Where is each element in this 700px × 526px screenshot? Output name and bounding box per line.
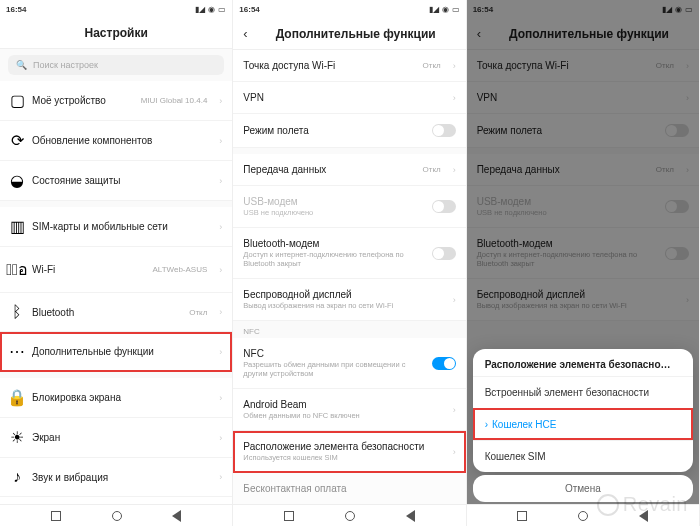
row-android-beam[interactable]: Android Beam Обмен данными по NFC включе… xyxy=(233,389,465,431)
row-hotspot[interactable]: Точка доступа Wi-Fi Откл › xyxy=(233,50,465,82)
wifi-icon: ◉ xyxy=(208,5,215,14)
row-contactless[interactable]: Бесконтактная оплата xyxy=(233,473,465,504)
search-input[interactable]: 🔍 Поиск настроек xyxy=(8,55,224,75)
more-icon: ⋯ xyxy=(10,342,24,361)
chevron-right-icon: › xyxy=(453,405,456,415)
status-time: 16:54 xyxy=(6,5,26,14)
nav-home[interactable] xyxy=(112,511,122,521)
nav-recents[interactable] xyxy=(517,511,527,521)
bluetooth-icon: ᛒ xyxy=(10,303,24,321)
row-display[interactable]: ☀ Экран › xyxy=(0,418,232,458)
screen-settings: 16:54 ▮◢ ◉ ▭ Настройки 🔍 Поиск настроек … xyxy=(0,0,233,526)
option-hce[interactable]: › Кошелек HCE xyxy=(473,408,693,440)
nav-bar xyxy=(0,504,232,526)
row-usb-tether: USB-модем USB не подключено xyxy=(233,186,465,228)
row-lock[interactable]: 🔒 Блокировка экрана › xyxy=(0,378,232,418)
row-wifi[interactable]: �ือ Wi-Fi ALTWeb-ASUS › xyxy=(0,247,232,293)
nav-recents[interactable] xyxy=(51,511,61,521)
chevron-right-icon: › xyxy=(219,433,222,443)
search-icon: 🔍 xyxy=(16,60,27,70)
screen-more-functions: 16:54 ▮◢ ◉ ▭ ‹ Дополнительные функции То… xyxy=(233,0,466,526)
lock-icon: 🔒 xyxy=(10,388,24,407)
status-icons: ▮◢ ◉ ▭ xyxy=(429,5,460,14)
chevron-right-icon: › xyxy=(219,307,222,317)
watermark: Revain xyxy=(597,493,688,516)
more-functions-list: Точка доступа Wi-Fi Откл › VPN › Режим п… xyxy=(233,50,465,504)
nav-bar xyxy=(233,504,465,526)
toggle-nfc[interactable] xyxy=(432,357,456,370)
row-bluetooth[interactable]: ᛒ Bluetooth Откл › xyxy=(0,293,232,332)
shield-icon: ◒ xyxy=(10,171,24,190)
chevron-right-icon: › xyxy=(453,93,456,103)
nav-home[interactable] xyxy=(578,511,588,521)
row-secure-element[interactable]: Расположение элемента безопасности Испол… xyxy=(233,431,465,473)
row-security-status[interactable]: ◒ Состояние защиты › xyxy=(0,161,232,201)
battery-icon: ▭ xyxy=(218,5,226,14)
sheet-title: Расположение элемента безопасно… xyxy=(473,349,693,376)
nav-back[interactable] xyxy=(172,510,181,522)
page-title: Дополнительные функции xyxy=(256,27,456,41)
back-button[interactable]: ‹ xyxy=(243,26,247,41)
section-label-nfc: NFC xyxy=(233,321,465,338)
nav-recents[interactable] xyxy=(284,511,294,521)
row-more-functions[interactable]: ⋯ Дополнительные функции › xyxy=(0,332,232,372)
chevron-right-icon: › xyxy=(219,393,222,403)
wifi-icon: ◉ xyxy=(442,5,449,14)
signal-icon: ▮◢ xyxy=(429,5,439,14)
sim-icon: ▥ xyxy=(10,217,24,236)
toggle-bt-tether[interactable] xyxy=(432,247,456,260)
chevron-right-icon: › xyxy=(453,165,456,175)
wifi-icon: �ือ xyxy=(10,257,24,282)
status-time: 16:54 xyxy=(239,5,259,14)
header: ‹ Дополнительные функции xyxy=(233,18,465,50)
header: Настройки xyxy=(0,18,232,49)
screen-secure-dialog: 16:54 ▮◢ ◉ ▭ ‹ Дополнительные функции То… xyxy=(467,0,700,526)
secure-element-sheet: Расположение элемента безопасно… Встроен… xyxy=(473,349,693,472)
nav-home[interactable] xyxy=(345,511,355,521)
option-embedded[interactable]: Встроенный элемент безопасности xyxy=(473,376,693,408)
row-sim[interactable]: ▥ SIM-карты и мобильные сети › xyxy=(0,207,232,247)
display-icon: ☀ xyxy=(10,428,24,447)
nav-back[interactable] xyxy=(406,510,415,522)
row-airplane[interactable]: Режим полета xyxy=(233,114,465,148)
settings-list: ▢ Моё устройство MIUI Global 10.4.4 › ⟳ … xyxy=(0,81,232,504)
chevron-right-icon: › xyxy=(453,447,456,457)
chevron-right-icon: › xyxy=(219,265,222,275)
option-sim[interactable]: Кошелек SIM xyxy=(473,440,693,472)
chevron-right-icon: › xyxy=(219,347,222,357)
phone-icon: ▢ xyxy=(10,91,24,110)
chevron-right-icon: › xyxy=(219,222,222,232)
row-sound[interactable]: ♪ Звук и вибрация › xyxy=(0,458,232,497)
status-icons: ▮◢ ◉ ▭ xyxy=(195,5,226,14)
toggle-usb xyxy=(432,200,456,213)
chevron-right-icon: › xyxy=(485,419,488,430)
toggle-airplane[interactable] xyxy=(432,124,456,137)
row-notifications[interactable]: 🔔 Уведомления › xyxy=(0,497,232,504)
chevron-right-icon: › xyxy=(453,295,456,305)
row-device[interactable]: ▢ Моё устройство MIUI Global 10.4.4 › xyxy=(0,81,232,121)
status-bar: 16:54 ▮◢ ◉ ▭ xyxy=(233,0,465,18)
chevron-right-icon: › xyxy=(219,96,222,106)
update-icon: ⟳ xyxy=(10,131,24,150)
row-update[interactable]: ⟳ Обновление компонентов › xyxy=(0,121,232,161)
page-title: Настройки xyxy=(10,26,222,40)
sound-icon: ♪ xyxy=(10,468,24,486)
row-bt-tether[interactable]: Bluetooth-модем Доступ к интернет-подклю… xyxy=(233,228,465,279)
row-cast[interactable]: Беспроводной дисплей Вывод изображения н… xyxy=(233,279,465,321)
chevron-right-icon: › xyxy=(453,61,456,71)
chevron-right-icon: › xyxy=(219,176,222,186)
row-nfc[interactable]: NFC Разрешить обмен данными при совмещен… xyxy=(233,338,465,389)
status-bar: 16:54 ▮◢ ◉ ▭ xyxy=(0,0,232,18)
battery-icon: ▭ xyxy=(452,5,460,14)
signal-icon: ▮◢ xyxy=(195,5,205,14)
watermark-icon xyxy=(597,494,619,516)
chevron-right-icon: › xyxy=(219,136,222,146)
row-data[interactable]: Передача данных Откл › xyxy=(233,154,465,186)
row-vpn[interactable]: VPN › xyxy=(233,82,465,114)
chevron-right-icon: › xyxy=(219,472,222,482)
search-placeholder: Поиск настроек xyxy=(33,60,98,70)
